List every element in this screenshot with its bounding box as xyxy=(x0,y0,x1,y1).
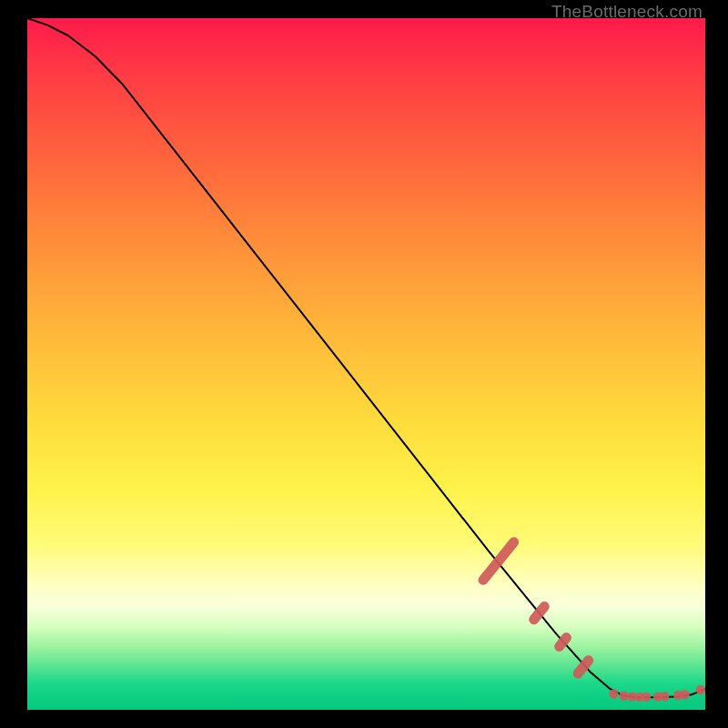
marker-dot xyxy=(609,689,618,698)
marker-cluster xyxy=(571,653,595,681)
marker-dot xyxy=(680,690,689,699)
data-markers xyxy=(476,535,705,702)
marker-dot xyxy=(660,692,669,701)
plot-area xyxy=(27,18,705,710)
chart-svg xyxy=(27,18,705,710)
marker-dot xyxy=(696,685,705,694)
marker-dot xyxy=(642,693,651,702)
marker-dot xyxy=(619,692,628,701)
chart-container: TheBottleneck.com xyxy=(0,0,728,728)
main-curve xyxy=(27,18,705,697)
